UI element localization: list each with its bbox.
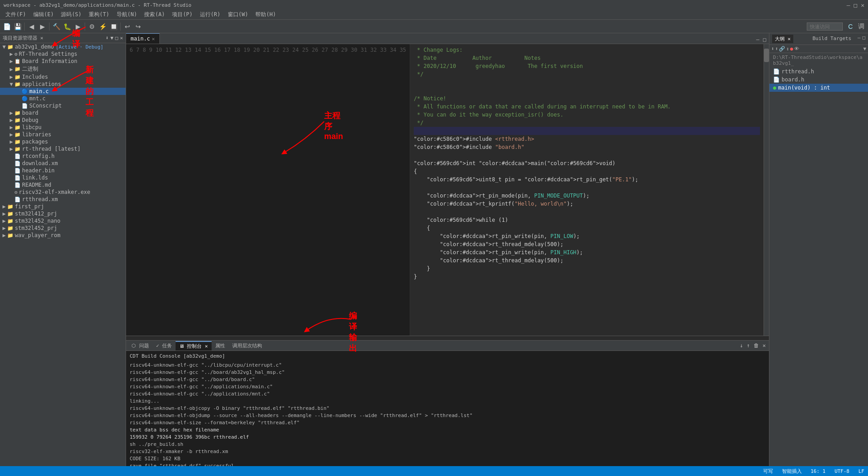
right-panel-minimize[interactable]: —	[858, 35, 861, 43]
toolbar-new[interactable]: 📄	[2, 22, 12, 31]
menu-edit[interactable]: 编辑(E)	[30, 10, 58, 19]
tree-item-board[interactable]: ▶ 📁 board	[0, 109, 126, 117]
tree-label-ab32vg1-demo: ab32vg1_demo	[15, 44, 54, 50]
tree-item-binary[interactable]: ▶ 📁 二进制	[0, 65, 126, 73]
toolbar-chip[interactable]: 🔲	[108, 22, 118, 31]
tree-item-link-lds[interactable]: 📄 link.lds	[0, 174, 126, 181]
outline-filter-icon[interactable]: ●	[790, 46, 793, 52]
toolbar-settings[interactable]: ⚙	[87, 22, 97, 31]
folder-icon-includes: 📁	[14, 74, 21, 80]
bottom-tab-properties[interactable]: 属性	[212, 341, 229, 350]
tree-item-mnt-c[interactable]: 🔵 mnt.c	[0, 95, 126, 102]
menu-source[interactable]: 源码(S)	[57, 10, 85, 19]
tree-label-binary: 二进制	[22, 65, 38, 73]
editor-scrollbar[interactable]	[764, 44, 769, 336]
code-content[interactable]: * Change Logs: * Date Author Notes * 202…	[410, 44, 764, 336]
outline-menu-icon[interactable]: ▼	[863, 46, 866, 52]
tree-item-debug[interactable]: ▶ 📁 Debug	[0, 117, 126, 124]
tree-item-download-xm[interactable]: 📄 download.xm	[0, 160, 126, 167]
bottom-minimize-icon[interactable]: ↓	[738, 342, 744, 349]
editor-wrapper: main.c ✕ — □ 6 7 8 9 10 11 12 13 14 15 1…	[126, 33, 769, 340]
tree-item-rtthread-xm[interactable]: 📄 rtthread.xm	[0, 196, 126, 203]
right-panel: 大纲 ✕ Build Targets — □ ⬇ ⬆ 🔗 ↕ ● 👁 ▼ D:\…	[769, 33, 868, 466]
tree-item-stm32l412[interactable]: ▶ 📁 stm32l412_prj	[0, 210, 126, 217]
bottom-tab-console[interactable]: 🖥 控制台 ✕	[176, 341, 212, 350]
outline-collapse-icon[interactable]: ⬇	[771, 46, 774, 52]
outline-hide-icon[interactable]: 👁	[794, 46, 799, 52]
menu-help[interactable]: 帮助(H)	[252, 10, 280, 19]
toolbar-undo[interactable]: ↩	[122, 22, 132, 31]
tree-item-libcpu[interactable]: ▶ 📁 libcpu	[0, 124, 126, 131]
outline-item-board-h[interactable]: 📄 board.h	[769, 76, 868, 84]
toolbar-adjust[interactable]: 调	[856, 22, 866, 31]
right-panel-maximize[interactable]: □	[862, 35, 865, 43]
bottom-tab-call-hierarchy[interactable]: 调用层次结构	[229, 341, 266, 350]
tab-close-icon[interactable]: ✕	[152, 36, 155, 42]
outline-item-main-fn[interactable]: ● main(void) : int	[769, 84, 868, 92]
close-button[interactable]: ✕	[861, 2, 864, 9]
menu-navigate[interactable]: 导航(N)	[113, 10, 141, 19]
tree-item-header-bin[interactable]: 📄 header.bin	[0, 167, 126, 174]
toolbar-back[interactable]: ◀	[27, 22, 36, 31]
outline-item-rtthread-h[interactable]: 📄 rtthread.h	[769, 67, 868, 76]
tree-item-wav-player[interactable]: ▶ 📁 wav_player_rom	[0, 232, 126, 239]
toolbar-run[interactable]: ▶	[73, 22, 83, 31]
console-output[interactable]: CDT Build Console [ab32vg1_demo] riscv64…	[126, 351, 769, 466]
minimize-button[interactable]: —	[847, 2, 850, 9]
menu-file[interactable]: 文件(F)	[2, 10, 30, 19]
folder-icon-rt-thread: 📁	[14, 146, 21, 152]
menu-window[interactable]: 窗口(W)	[224, 10, 252, 19]
tree-item-rt-thread[interactable]: ▶ 📁 rt-thread [latest]	[0, 145, 126, 153]
tree-item-packages[interactable]: ▶ 📁 packages	[0, 138, 126, 145]
bottom-tab-tasks[interactable]: ✓ 任务	[153, 341, 176, 350]
tree-item-applications[interactable]: ▼ 📁 applications	[0, 81, 126, 88]
folder-icon-binary: 📁	[14, 66, 21, 72]
toolbar-cbutton[interactable]: C	[845, 22, 855, 31]
tree-item-libraries[interactable]: ▶ 📁 libraries	[0, 131, 126, 138]
tree-item-ab32vg1-demo[interactable]: ▼ 📁 ab32vg1_demo [Active · Debug]	[0, 43, 126, 50]
bottom-tab-problems[interactable]: ⬡ 问题	[128, 341, 153, 350]
editor-tab-main-c[interactable]: main.c ✕	[126, 33, 160, 44]
editor-maximize-icon[interactable]: □	[761, 36, 768, 43]
quick-access-input[interactable]	[807, 22, 843, 31]
toolbar-build[interactable]: 🔨	[51, 22, 61, 31]
menu-project[interactable]: 项目(P)	[168, 10, 196, 19]
bottom-clear-icon[interactable]: 🗑	[752, 342, 760, 349]
outline-sort-icon[interactable]: ↕	[786, 46, 789, 52]
tree-item-board-info[interactable]: ▶ 📋 Board Information	[0, 58, 126, 65]
outline-expand-icon[interactable]: ⬆	[775, 46, 778, 52]
toolbar-debug[interactable]: 🐛	[62, 22, 72, 31]
sidebar-close-icon[interactable]: ✕	[120, 35, 123, 41]
menu-run[interactable]: 运行(R)	[196, 10, 224, 19]
menu-search[interactable]: 搜索(A)	[140, 10, 168, 19]
tree-item-stm32l452-prj[interactable]: ▶ 📁 stm32l452_prj	[0, 225, 126, 232]
tree-item-first-prj[interactable]: ▶ 📁 first_prj	[0, 203, 126, 210]
menu-refactor[interactable]: 重构(T)	[85, 10, 113, 19]
scroll-thumb[interactable]	[764, 49, 769, 62]
right-tab-outline[interactable]: 大纲 ✕	[772, 35, 793, 43]
tree-label-rtthread-xm: rtthread.xm	[22, 196, 58, 202]
tree-item-rtconfig-h[interactable]: 📄 rtconfig.h	[0, 153, 126, 160]
sidebar-menu-icon[interactable]: ▼	[110, 35, 113, 41]
editor-hscrollbar[interactable]	[126, 336, 769, 340]
right-tab-build-targets[interactable]: Build Targets	[810, 35, 854, 43]
tree-item-riscv32-elf[interactable]: ⚙ riscv32-elf-xmaker.exe	[0, 189, 126, 196]
editor-minimize-icon[interactable]: —	[755, 36, 761, 43]
bottom-close-icon[interactable]: ✕	[761, 342, 767, 349]
toolbar-forward[interactable]: ▶	[37, 22, 47, 31]
tree-item-sconscript[interactable]: 📄 SConscript	[0, 102, 126, 109]
toolbar-flash[interactable]: ⚡	[98, 22, 108, 31]
sidebar-collapse-icon[interactable]: ⬇	[106, 35, 109, 41]
tree-item-main-c[interactable]: 🔵 main.c	[0, 88, 126, 95]
tree-item-readme[interactable]: 📄 README.md	[0, 181, 126, 189]
toolbar-redo[interactable]: ↪	[133, 22, 143, 31]
tree-item-includes[interactable]: ▶ 📁 Includes	[0, 73, 126, 81]
sidebar-max-icon[interactable]: □	[115, 35, 118, 41]
toolbar-save[interactable]: 💾	[13, 22, 23, 31]
maximize-button[interactable]: □	[854, 2, 857, 9]
outline-link-icon[interactable]: 🔗	[779, 46, 785, 52]
bottom-maximize-icon[interactable]: ↑	[746, 342, 751, 349]
tree-item-rt-thread-settings[interactable]: ▶ ⚙ RT-Thread Settings	[0, 50, 126, 58]
tree-item-stm32l452-nano[interactable]: ▶ 📁 stm32l452_nano	[0, 217, 126, 225]
tree-label-first-prj: first_prj	[15, 203, 44, 210]
